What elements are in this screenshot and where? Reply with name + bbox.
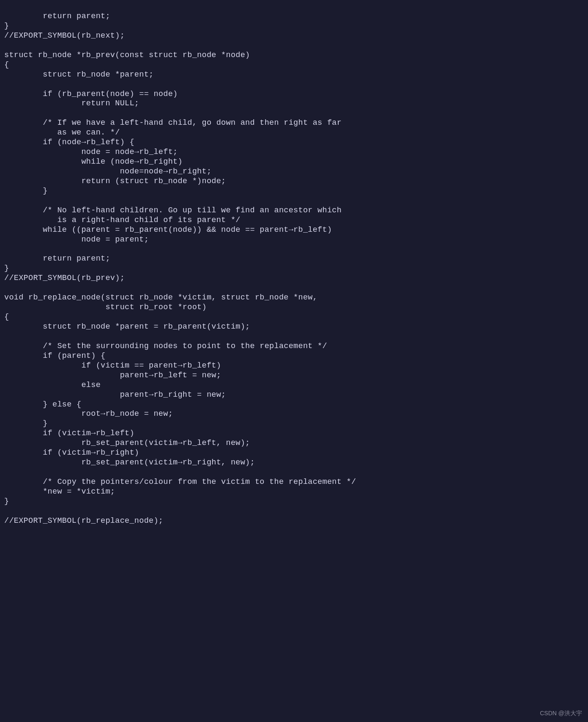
code-block: return parent; } //EXPORT_SYMBOL(rb_next… bbox=[0, 0, 588, 530]
watermark: CSDN @洪大宇 bbox=[540, 710, 582, 717]
code-text: return parent; } //EXPORT_SYMBOL(rb_next… bbox=[4, 12, 356, 525]
